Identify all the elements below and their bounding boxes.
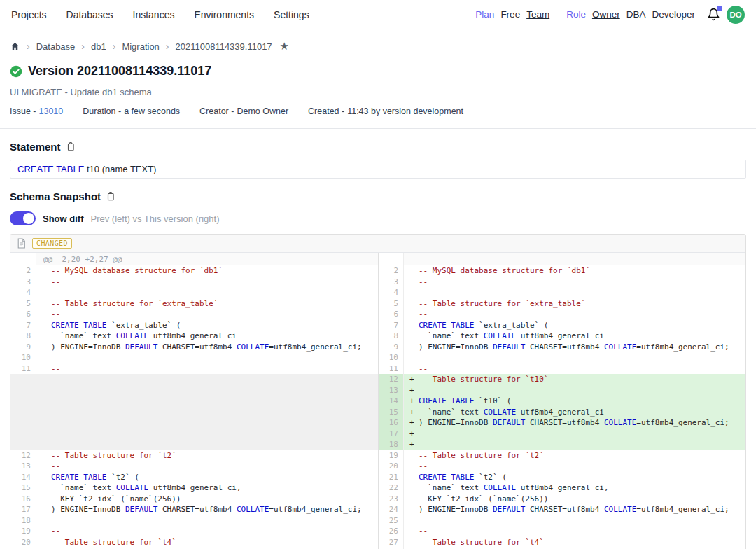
breadcrumb-item-2[interactable]: db1: [91, 41, 106, 52]
code-line-left: -- Table structure for `t2`: [36, 450, 378, 461]
diff-row-context: 16 KEY `t2_idx` (`name`(256))23 KEY `t2_…: [10, 494, 746, 505]
code-line-left: [36, 429, 378, 440]
line-number-left: 18: [10, 515, 36, 527]
code-line-right: CREATE TABLE `t2` (: [404, 472, 746, 483]
line-number-right: 18: [378, 439, 404, 450]
home-icon[interactable]: [10, 41, 20, 52]
diff-row-context: 3--3--: [10, 277, 746, 288]
main-menu: ProjectsDatabasesInstancesEnvironmentsSe…: [11, 9, 309, 20]
line-number-right: 17: [378, 429, 404, 440]
issue-link[interactable]: 13010: [39, 106, 64, 116]
diff-row-context: 15 `name` text COLLATE utf8mb4_general_c…: [10, 482, 746, 494]
diff-row-added: 16+) ENGINE=InnoDB DEFAULT CHARSET=utf8m…: [10, 417, 746, 429]
line-number-right: 20: [378, 461, 404, 472]
code-line-left: --: [36, 309, 378, 320]
diff-row-context: 11--11--: [10, 363, 746, 375]
user-avatar[interactable]: DO: [727, 6, 745, 24]
plan-value: Free: [500, 9, 520, 20]
breadcrumb-item-1[interactable]: Database: [36, 41, 76, 52]
code-line-left: --: [36, 287, 378, 298]
nav-item-projects[interactable]: Projects: [11, 9, 47, 20]
line-number-left: [10, 374, 36, 385]
line-number-right: 2: [378, 265, 404, 277]
diff-row-context: 1825: [10, 515, 746, 527]
code-line-left: ) ENGINE=InnoDB DEFAULT CHARSET=utf8mb4 …: [36, 504, 378, 515]
code-line-right: [404, 515, 746, 527]
code-line-left: --: [36, 363, 378, 375]
code-line-left: [36, 407, 378, 418]
role-developer[interactable]: Developer: [652, 9, 695, 20]
code-line-left: [36, 439, 378, 450]
line-number-left: 19: [10, 526, 36, 537]
code-line-left: `name` text COLLATE utf8mb4_general_ci: [36, 331, 378, 342]
line-number-left: [10, 439, 36, 450]
nav-item-environments[interactable]: Environments: [194, 9, 254, 20]
page-title: Version 20211008114339.11017: [28, 64, 211, 78]
diff-row-context: 13--20--: [10, 461, 746, 472]
line-number-right: 25: [378, 515, 404, 527]
line-number-right: 4: [378, 287, 404, 298]
copy-statement-icon[interactable]: [66, 141, 76, 152]
code-line-right: KEY `t2_idx` (`name`(256)): [404, 494, 746, 505]
breadcrumb-separator: ›: [27, 41, 30, 52]
line-number-right: 27: [378, 537, 404, 548]
plan-team-link[interactable]: Team: [526, 9, 550, 20]
diff-row-context: 5-- Table structure for `extra_table`5--…: [10, 298, 746, 310]
line-number-left: 16: [10, 494, 36, 505]
breadcrumb-item-3[interactable]: Migration: [122, 41, 159, 52]
diff-row-context: 9) ENGINE=InnoDB DEFAULT CHARSET=utf8mb4…: [10, 342, 746, 353]
breadcrumb-separator: ›: [113, 41, 116, 52]
version-title-row: Version 20211008114339.11017: [10, 64, 746, 78]
diff-row-context: 17) ENGINE=InnoDB DEFAULT CHARSET=utf8mb…: [10, 504, 746, 515]
diff-row-context: 4--4--: [10, 287, 746, 298]
code-line-right: [404, 352, 746, 363]
meta-item: Duration -a few seconds: [83, 106, 180, 116]
show-diff-label: Show diff: [43, 214, 84, 224]
nav-item-databases[interactable]: Databases: [66, 9, 113, 20]
toggle-knob: [23, 213, 34, 224]
code-line-right: --: [404, 287, 746, 298]
diff-row-context: 12-- Table structure for `t2`19-- Table …: [10, 450, 746, 461]
diff-table: 2-- MySQL database structure for `db1`2-…: [10, 265, 746, 549]
diff-row-added: 13+--: [10, 385, 746, 396]
role-owner-link[interactable]: Owner: [592, 9, 620, 20]
line-number-right: 14: [378, 396, 404, 407]
show-diff-toggle[interactable]: [10, 211, 36, 225]
line-number-left: [10, 417, 36, 429]
line-number-left: 2: [10, 265, 36, 277]
code-line-left: --: [36, 277, 378, 288]
code-line-right: +--: [404, 385, 746, 396]
favorite-star-icon[interactable]: ★: [280, 40, 289, 53]
code-line-left: [36, 374, 378, 385]
line-number-left: 20: [10, 537, 36, 548]
copy-snapshot-icon[interactable]: [106, 191, 115, 202]
line-number-left: 17: [10, 504, 36, 515]
code-line-right: `name` text COLLATE utf8mb4_general_ci: [404, 331, 746, 342]
code-line-right: --: [404, 277, 746, 288]
meta-item: Issue -13010: [10, 106, 63, 116]
code-line-left: -- MySQL database structure for `db1`: [36, 265, 378, 277]
line-number-left: 10: [10, 352, 36, 363]
file-icon: [17, 238, 26, 249]
line-number-left: [10, 407, 36, 418]
success-check-icon: [10, 65, 22, 78]
line-number-left: 4: [10, 287, 36, 298]
notification-bell-icon[interactable]: [707, 8, 720, 21]
line-number-left: 14: [10, 472, 36, 483]
code-line-right: ) ENGINE=InnoDB DEFAULT CHARSET=utf8mb4 …: [404, 504, 746, 515]
line-number-left: 15: [10, 482, 36, 494]
nav-item-settings[interactable]: Settings: [274, 9, 309, 20]
meta-item: Creator -Demo Owner: [200, 106, 288, 116]
version-meta: Issue -13010Duration -a few secondsCreat…: [10, 106, 746, 116]
line-number-left: 6: [10, 309, 36, 320]
line-number-right: 9: [378, 342, 404, 353]
code-line-left: [36, 515, 378, 527]
line-number-right: 10: [378, 352, 404, 363]
hunk-header-row: @@ -2,20 +2,27 @@: [10, 253, 746, 265]
nav-item-instances[interactable]: Instances: [133, 9, 175, 20]
line-number-right: 8: [378, 331, 404, 342]
role-dba[interactable]: DBA: [626, 9, 646, 20]
line-number-right: 6: [378, 309, 404, 320]
line-number-right: 26: [378, 526, 404, 537]
top-nav: ProjectsDatabasesInstancesEnvironmentsSe…: [0, 0, 756, 29]
